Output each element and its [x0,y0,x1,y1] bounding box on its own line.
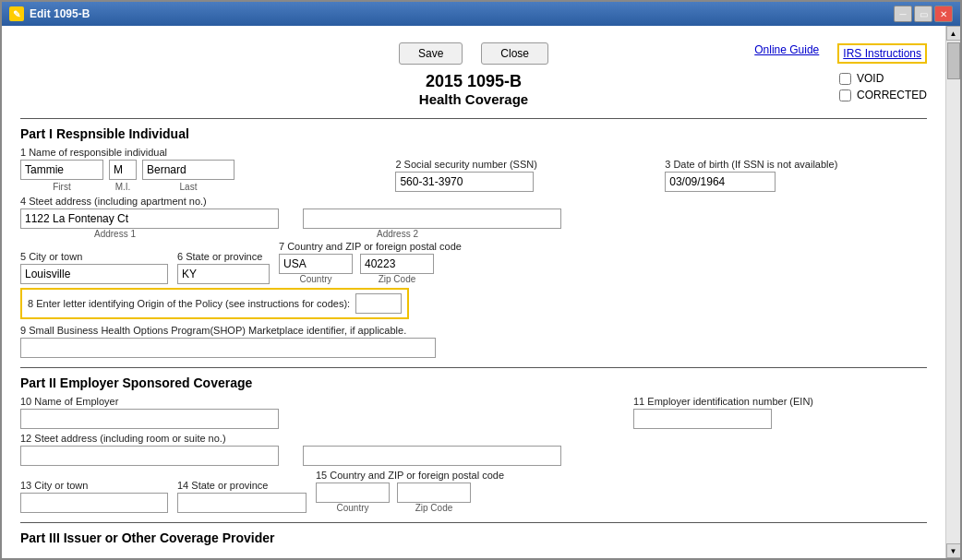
scrollbar: ▲ ▼ [945,26,960,558]
field15a-input[interactable] [316,483,390,503]
close-button[interactable]: Close [481,42,548,65]
field3-label: 3 Date of birth (If SSN is not available… [665,159,927,170]
field11-group: 11 Employer identification number (EIN) [633,396,927,429]
country-col: Country [279,254,353,284]
field15-country-col: Country [316,483,390,513]
divider-2 [20,367,927,368]
last-name-input[interactable] [142,160,234,180]
scroll-down-button[interactable]: ▼ [946,543,961,558]
field2-label: 2 Social security number (SSN) [395,159,657,170]
address2-col: Address 2 [303,209,561,239]
country-input[interactable] [279,254,353,274]
divider-1 [20,118,927,119]
city-input[interactable] [20,264,168,284]
field13-group: 13 City or town [20,480,168,513]
toolbar: Save Close Online Guide IRS Instructions [20,35,927,72]
field10-group: 10 Name of Employer [20,396,607,429]
form-subtitle: Health Coverage [419,91,528,107]
field12-label: 12 Steet address (including room or suit… [20,433,927,444]
window-title: Edit 1095-B [30,7,90,20]
maximize-button[interactable]: ▭ [914,6,932,22]
void-row: VOID [839,72,927,85]
corrected-checkbox[interactable] [839,89,851,101]
field12b-input[interactable] [303,446,561,466]
field8-group: 8 Enter letter identifying Origin of the… [20,288,927,319]
address2-input[interactable] [303,209,561,229]
toolbar-links: Online Guide IRS Instructions [754,43,927,64]
field8-highlight: 8 Enter letter identifying Origin of the… [20,288,409,319]
field9-input[interactable] [20,338,436,358]
form-year: 2015 1095-B [419,72,528,91]
field13-input[interactable] [20,493,168,513]
field5-group: 5 City or town [20,251,168,284]
field15-label: 15 Country and ZIP or foreign postal cod… [316,470,504,481]
field-row-10-11: 10 Name of Employer 11 Employer identifi… [20,396,927,429]
field12-address-row [20,446,927,466]
field11-input[interactable] [633,409,772,429]
country-zip-row: Country Zip Code [279,254,462,284]
field8-input[interactable] [355,293,402,314]
irs-instructions-link[interactable]: IRS Instructions [837,43,927,64]
field7-group: 7 Country and ZIP or foreign postal code… [279,241,462,284]
close-window-button[interactable]: ✕ [934,6,953,22]
field15b-input[interactable] [397,483,471,503]
zip-input[interactable] [360,254,434,274]
address1-input[interactable] [20,209,279,229]
dob-input[interactable] [665,172,776,192]
field12a-input[interactable] [20,446,279,466]
field7-label: 7 Country and ZIP or foreign postal code [279,241,462,252]
middle-initial-input[interactable] [109,160,137,180]
city-state-row: 5 City or town 6 State or province 7 Cou… [20,241,927,284]
field14-label: 14 State or province [177,480,307,491]
part2-section: Part II Employer Sponsored Coverage 10 N… [20,375,927,513]
corrected-label: CORRECTED [857,89,927,101]
app-icon: ✎ [9,6,24,21]
form-title: 2015 1095-B Health Coverage [419,72,528,107]
field5-label: 5 City or town [20,251,168,262]
last-sublabel: Last [142,182,234,192]
country-sublabel: Country [279,274,353,284]
field15-row: Country Zip Code [316,483,504,513]
field2-group: 2 Social security number (SSN) [395,159,657,192]
field13-label: 13 City or town [20,480,168,491]
field10-label: 10 Name of Employer [20,396,607,407]
first-name-input[interactable] [20,160,103,180]
title-bar: ✎ Edit 1095-B ─ ▭ ✕ [2,2,960,26]
name-row [20,160,369,180]
zip-sublabel: Zip Code [360,274,434,284]
address-row: Address 1 Address 2 [20,209,927,239]
part1-title: Part I Respnsible Individual [20,126,927,141]
minimize-button[interactable]: ─ [894,6,912,22]
field6-label: 6 State or province [177,251,270,262]
scroll-track [946,41,960,543]
field9-group: 9 Small Business Health Options Program(… [20,325,927,358]
scroll-thumb[interactable] [947,42,960,79]
online-guide-link[interactable]: Online Guide [754,43,819,64]
address1-sublabel: Address 1 [20,229,279,239]
field14-input[interactable] [177,493,307,513]
field6-group: 6 State or province [177,251,270,284]
save-button[interactable]: Save [399,42,463,65]
ssn-input[interactable] [395,172,534,192]
scroll-up-button[interactable]: ▲ [946,26,961,41]
address1-col: Address 1 [20,209,279,239]
field-row-13-14-15: 13 City or town 14 State or province 15 … [20,470,927,513]
void-label: VOID [857,72,884,85]
part3-section: Part III Issuer or Other Coverage Provid… [20,530,927,545]
void-checkbox[interactable] [839,73,851,85]
field10-input[interactable] [20,409,279,429]
main-content: Save Close Online Guide IRS Instructions… [2,26,945,558]
zip-col: Zip Code [360,254,434,284]
field15-country-sublabel: Country [316,503,390,513]
field1-group: 1 Name of responsible individual First M… [20,147,369,192]
content-area: Save Close Online Guide IRS Instructions… [2,26,960,558]
field15-zip-col: Zip Code [397,483,471,513]
divider-3 [20,522,927,523]
address2-sublabel: Address 2 [303,229,561,239]
field8-label: 8 Enter letter identifying Origin of the… [28,298,350,309]
field15-group: 15 Country and ZIP or foreign postal cod… [316,470,504,513]
part3-title: Part III Issuer or Other Coverage Provid… [20,530,927,545]
part1-section: Part I Respnsible Individual 1 Name of r… [20,126,927,358]
state-input[interactable] [177,264,270,284]
mi-sublabel: M.I. [109,182,137,192]
